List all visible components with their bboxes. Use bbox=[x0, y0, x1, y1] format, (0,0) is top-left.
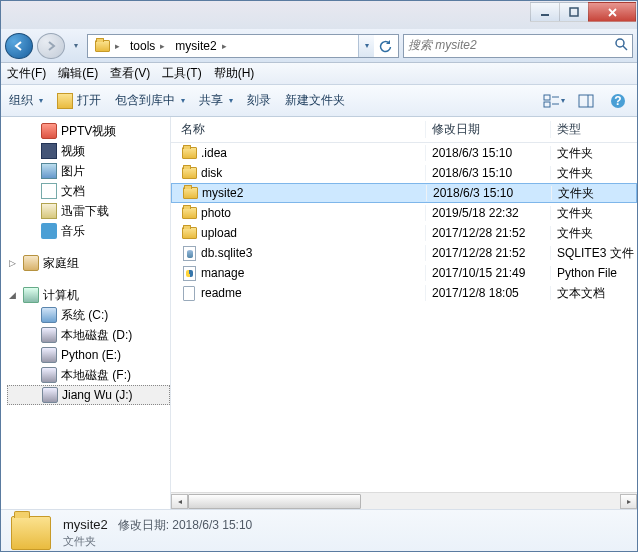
file-row[interactable]: photo2019/5/18 22:32文件夹 bbox=[171, 203, 637, 223]
file-name: .idea bbox=[201, 146, 227, 160]
tree-item[interactable]: ◢计算机 bbox=[7, 285, 170, 305]
column-header-date[interactable]: 修改日期 bbox=[426, 121, 551, 138]
address-dropdown[interactable]: ▾ bbox=[358, 35, 374, 57]
open-icon bbox=[57, 93, 73, 109]
back-button[interactable] bbox=[5, 33, 33, 59]
burn-button[interactable]: 刻录 bbox=[247, 92, 271, 109]
help-button[interactable]: ? bbox=[607, 90, 629, 112]
menu-help[interactable]: 帮助(H) bbox=[214, 65, 255, 82]
disk-icon bbox=[42, 387, 58, 403]
file-row[interactable]: upload2017/12/28 21:52文件夹 bbox=[171, 223, 637, 243]
column-header-type[interactable]: 类型 bbox=[551, 121, 637, 138]
search-input[interactable]: 搜索 mysite2 bbox=[403, 34, 633, 58]
tree-item-label: 家庭组 bbox=[43, 255, 79, 272]
column-header-name[interactable]: 名称 bbox=[171, 121, 426, 138]
scroll-track[interactable] bbox=[188, 494, 620, 509]
menu-tools[interactable]: 工具(T) bbox=[162, 65, 201, 82]
tree-item[interactable]: 本地磁盘 (D:) bbox=[7, 325, 170, 345]
expand-toggle-icon[interactable]: ▷ bbox=[9, 258, 19, 268]
tree-item-label: 系统 (C:) bbox=[61, 307, 108, 324]
scroll-left-button[interactable]: ◂ bbox=[171, 494, 188, 509]
refresh-button[interactable] bbox=[374, 39, 396, 53]
db-icon bbox=[181, 245, 197, 261]
menu-view[interactable]: 查看(V) bbox=[110, 65, 150, 82]
navigation-tree: PPTV视频视频图片文档迅雷下载音乐▷家庭组◢计算机系统 (C:)本地磁盘 (D… bbox=[1, 117, 171, 509]
search-icon[interactable] bbox=[614, 37, 628, 54]
disk-icon bbox=[41, 327, 57, 343]
scroll-thumb[interactable] bbox=[188, 494, 361, 509]
address-bar[interactable]: ▸ tools ▸ mysite2 ▸ ▾ bbox=[87, 34, 399, 58]
tree-item[interactable]: 迅雷下载 bbox=[7, 201, 170, 221]
pc-icon bbox=[23, 287, 39, 303]
window-titlebar bbox=[1, 1, 637, 29]
tree-item-label: 音乐 bbox=[61, 223, 85, 240]
tree-item[interactable]: Jiang Wu (J:) bbox=[7, 385, 170, 405]
tree-item[interactable]: PPTV视频 bbox=[7, 121, 170, 141]
tree-item[interactable]: 本地磁盘 (F:) bbox=[7, 365, 170, 385]
details-date-label: 修改日期: 2018/6/3 15:10 bbox=[118, 517, 252, 534]
menu-edit[interactable]: 编辑(E) bbox=[58, 65, 98, 82]
tree-item[interactable]: Python (E:) bbox=[7, 345, 170, 365]
file-list-pane: 名称 修改日期 类型 .idea2018/6/3 15:10文件夹disk201… bbox=[171, 117, 637, 509]
menu-bar: 文件(F) 编辑(E) 查看(V) 工具(T) 帮助(H) bbox=[1, 63, 637, 85]
breadcrumb-item[interactable]: tools ▸ bbox=[126, 35, 171, 57]
expand-toggle-icon[interactable]: ◢ bbox=[9, 290, 19, 300]
include-button[interactable]: 包含到库中▾ bbox=[115, 92, 185, 109]
folder-icon bbox=[182, 185, 198, 201]
breadcrumb-item[interactable]: mysite2 ▸ bbox=[171, 35, 232, 57]
file-name: manage bbox=[201, 266, 244, 280]
disk-icon bbox=[41, 347, 57, 363]
svg-rect-7 bbox=[544, 102, 550, 107]
scroll-right-button[interactable]: ▸ bbox=[620, 494, 637, 509]
share-button[interactable]: 共享▾ bbox=[199, 92, 233, 109]
tree-item[interactable]: 音乐 bbox=[7, 221, 170, 241]
file-row[interactable]: readme2017/12/8 18:05文本文档 bbox=[171, 283, 637, 303]
history-dropdown[interactable]: ▾ bbox=[69, 33, 83, 59]
menu-file[interactable]: 文件(F) bbox=[7, 65, 46, 82]
pic-icon bbox=[41, 163, 57, 179]
folder-icon bbox=[181, 205, 197, 221]
file-row[interactable]: db.sqlite32017/12/28 21:52SQLITE3 文件 bbox=[171, 243, 637, 263]
search-placeholder: 搜索 mysite2 bbox=[408, 37, 477, 54]
maximize-button[interactable] bbox=[559, 2, 589, 22]
minimize-button[interactable] bbox=[530, 2, 560, 22]
main-area: PPTV视频视频图片文档迅雷下载音乐▷家庭组◢计算机系统 (C:)本地磁盘 (D… bbox=[1, 117, 637, 509]
breadcrumb-label: mysite2 bbox=[175, 39, 216, 53]
svg-line-5 bbox=[623, 46, 627, 50]
docs-icon bbox=[41, 183, 57, 199]
newfolder-button[interactable]: 新建文件夹 bbox=[285, 92, 345, 109]
sys-icon bbox=[41, 307, 57, 323]
file-row[interactable]: disk2018/6/3 15:10文件夹 bbox=[171, 163, 637, 183]
file-row[interactable]: .idea2018/6/3 15:10文件夹 bbox=[171, 143, 637, 163]
tree-item-label: Jiang Wu (J:) bbox=[62, 388, 132, 402]
py-icon bbox=[181, 265, 197, 281]
breadcrumb-root[interactable]: ▸ bbox=[90, 35, 126, 57]
tree-item[interactable]: 系统 (C:) bbox=[7, 305, 170, 325]
file-row[interactable]: mysite22018/6/3 15:10文件夹 bbox=[171, 183, 637, 203]
tree-item[interactable]: ▷家庭组 bbox=[7, 253, 170, 273]
file-list[interactable]: .idea2018/6/3 15:10文件夹disk2018/6/3 15:10… bbox=[171, 143, 637, 492]
tree-item[interactable]: 视频 bbox=[7, 141, 170, 161]
pptv-icon bbox=[41, 123, 57, 139]
tree-item[interactable]: 图片 bbox=[7, 161, 170, 181]
close-button[interactable] bbox=[588, 2, 636, 22]
forward-button[interactable] bbox=[37, 33, 65, 59]
horizontal-scrollbar[interactable]: ◂ ▸ bbox=[171, 492, 637, 509]
command-toolbar: 组织▾ 打开 包含到库中▾ 共享▾ 刻录 新建文件夹 ▾ ? bbox=[1, 85, 637, 117]
tree-item-label: 图片 bbox=[61, 163, 85, 180]
details-name: mysite2 bbox=[63, 517, 108, 532]
organize-button[interactable]: 组织▾ bbox=[9, 92, 43, 109]
svg-rect-0 bbox=[541, 14, 549, 16]
home-icon bbox=[23, 255, 39, 271]
file-date: 2019/5/18 22:32 bbox=[426, 206, 551, 220]
file-type: 文本文档 bbox=[551, 285, 637, 302]
tree-item-label: 计算机 bbox=[43, 287, 79, 304]
preview-pane-button[interactable] bbox=[575, 90, 597, 112]
view-options-button[interactable]: ▾ bbox=[543, 90, 565, 112]
file-date: 2018/6/3 15:10 bbox=[426, 166, 551, 180]
file-name: mysite2 bbox=[202, 186, 243, 200]
open-button[interactable]: 打开 bbox=[57, 92, 101, 109]
column-header-row: 名称 修改日期 类型 bbox=[171, 117, 637, 143]
tree-item[interactable]: 文档 bbox=[7, 181, 170, 201]
file-row[interactable]: manage2017/10/15 21:49Python File bbox=[171, 263, 637, 283]
